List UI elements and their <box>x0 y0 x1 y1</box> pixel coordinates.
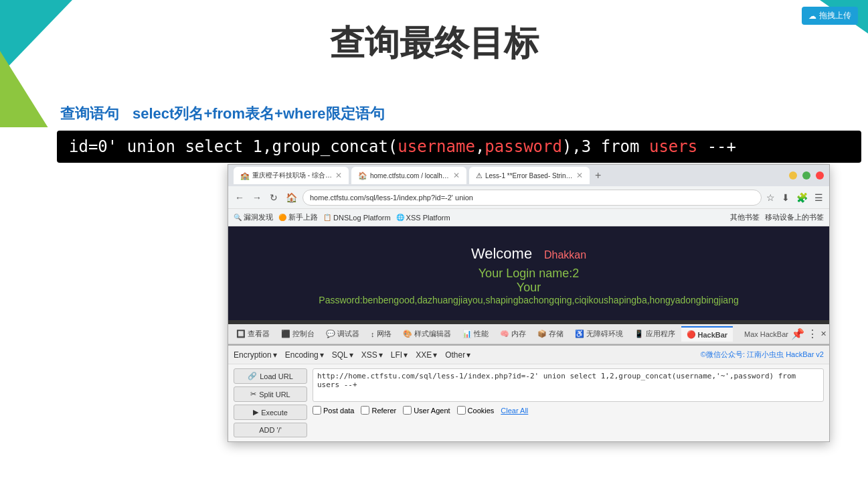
bookmark-icon[interactable]: ☆ <box>764 191 777 204</box>
devtool-inspector[interactable]: 🔲 查看器 <box>231 326 275 342</box>
cookies-check[interactable] <box>457 406 466 415</box>
tab-close-3[interactable]: ✕ <box>576 171 583 180</box>
code-block: id=0' union select 1,group_concat(userna… <box>57 131 861 163</box>
app-icon: 📱 <box>634 330 644 338</box>
split-url-button[interactable]: ✂ Split URL <box>234 386 307 402</box>
bookmark-other[interactable]: 其他书签 <box>730 212 760 222</box>
download-icon[interactable]: ⬇ <box>780 191 792 204</box>
devtool-network[interactable]: ↕ 网络 <box>365 326 397 342</box>
dnslog-icon: 📋 <box>323 214 331 221</box>
hackbar-options: Post data Referer User Agent Cookies C <box>313 406 824 415</box>
encryption-arrow-icon: ▾ <box>273 350 277 360</box>
browser-tab-3[interactable]: ⚠ Less-1 **Error Based- String** ✕ <box>469 167 590 184</box>
style-editor-icon: 🎨 <box>403 330 412 338</box>
tab-favicon-2: 🏠 <box>358 171 367 180</box>
hackbar-credit: ©微信公众号: 江南小虫虫 HackBar v2 <box>701 350 824 360</box>
post-data-checkbox[interactable]: Post data <box>313 406 354 415</box>
bookmarks-bar: 🔍 漏洞发现 🟠 新手上路 📋 DNSLog Platform 🌐 XSS Pl… <box>228 209 829 226</box>
bookmark-mobile[interactable]: 移动设备上的书签 <box>765 212 824 222</box>
your-text: Your <box>319 281 738 295</box>
minimize-button[interactable] <box>789 171 797 180</box>
home-button[interactable]: 🏠 <box>283 191 300 204</box>
settings-icon[interactable]: ☰ <box>812 191 825 204</box>
browser-tab-1[interactable]: 🏫 重庆橙子科技职场 - 综合职场练习... ✕ <box>234 167 349 184</box>
devtool-performance[interactable]: 📊 性能 <box>457 326 494 342</box>
hackbar-menu-xxe[interactable]: XXE ▾ <box>416 350 437 360</box>
scrollbar[interactable] <box>228 320 829 324</box>
hackbar-menu-encoding[interactable]: Encoding ▾ <box>285 350 324 360</box>
hackbar: Encryption ▾ Encoding ▾ SQL ▾ XSS ▾ LFI … <box>228 344 829 441</box>
browser-content: Welcome Dhakkan Your Login name:2 Your P… <box>228 226 829 324</box>
tab-close-1[interactable]: ✕ <box>335 171 342 180</box>
password-line: Password:benbengood,dazhuangjiayou,shapi… <box>319 295 738 305</box>
hackbar-menu: Encryption ▾ Encoding ▾ SQL ▾ XSS ▾ LFI … <box>228 346 829 364</box>
devtool-memory[interactable]: 🧠 内存 <box>495 326 531 342</box>
console-icon: ⬛ <box>281 330 290 338</box>
network-icon: ↕ <box>371 330 375 338</box>
devtools-pin[interactable]: 📌 <box>791 328 804 340</box>
hackbar-menu-sql[interactable]: SQL ▾ <box>332 350 353 360</box>
devtools-right: Max HackBar 📌 ⋮ ✕ <box>744 328 827 340</box>
devtool-storage[interactable]: 📦 存储 <box>532 326 569 342</box>
user-agent-checkbox[interactable]: User Agent <box>403 406 450 415</box>
cookies-checkbox[interactable]: Cookies <box>457 406 495 415</box>
memory-icon: 🧠 <box>500 330 509 338</box>
hackbar-menu-encryption[interactable]: Encryption ▾ <box>234 350 277 360</box>
tab-close-2[interactable]: ✕ <box>453 171 460 180</box>
hackbar-right: Post data Referer User Agent Cookies C <box>313 368 824 437</box>
main-title: 查询最终目标 <box>330 20 539 67</box>
add-slash-button[interactable]: ADD '/' <box>234 423 307 437</box>
bookmark-beginner[interactable]: 🟠 新手上路 <box>278 212 318 222</box>
devtool-accessibility[interactable]: ♿ 无障碍环境 <box>570 326 628 342</box>
xxe-arrow-icon: ▾ <box>433 350 437 360</box>
devtool-style-editor[interactable]: 🎨 样式编辑器 <box>398 326 456 342</box>
load-url-button[interactable]: 🔗 Load URL <box>234 368 307 384</box>
close-button[interactable] <box>816 171 824 180</box>
execute-button[interactable]: ▶ Execute <box>234 405 307 420</box>
extensions-icon[interactable]: 🧩 <box>794 191 810 204</box>
clear-all-button[interactable]: Clear All <box>501 407 528 415</box>
devtool-console[interactable]: ⬛ 控制台 <box>276 326 320 342</box>
devtools-dots[interactable]: ⋮ <box>807 328 818 340</box>
devtool-hackbar[interactable]: 🔴 HackBar <box>681 326 733 342</box>
lfi-arrow-icon: ▾ <box>404 350 408 360</box>
devtools-close[interactable]: ✕ <box>820 330 827 338</box>
browser-window: 🏫 重庆橙子科技职场 - 综合职场练习... ✕ 🏠 home.ctfstu.c… <box>228 164 830 442</box>
user-agent-check[interactable] <box>403 406 412 415</box>
address-bar[interactable] <box>302 190 762 206</box>
tab-favicon-1: 🏫 <box>240 171 250 180</box>
new-tab-button[interactable]: + <box>595 169 601 182</box>
perf-icon: 📊 <box>462 330 472 338</box>
xss-icon: 🌐 <box>396 214 404 221</box>
hackbar-menu-xss[interactable]: XSS ▾ <box>361 350 383 360</box>
devtool-debugger[interactable]: 💬 调试器 <box>321 326 365 342</box>
browser-navbar: ← → ↻ 🏠 ☆ ⬇ 🧩 ☰ <box>228 186 829 209</box>
hackbar-menu-other[interactable]: Other ▾ <box>445 350 470 360</box>
xss-menu-arrow-icon: ▾ <box>379 350 383 360</box>
cloud-upload-button[interactable]: ☁ 拖拽上传 <box>802 7 858 25</box>
other-arrow-icon: ▾ <box>466 350 470 360</box>
bookmark-dnslog[interactable]: 📋 DNSLog Platform <box>323 214 391 222</box>
execute-icon: ▶ <box>253 408 258 417</box>
back-button[interactable]: ← <box>232 191 247 204</box>
hackbar-body: 🔗 Load URL ✂ Split URL ▶ Execute ADD '/' <box>228 364 829 441</box>
tab-favicon-3: ⚠ <box>476 171 483 180</box>
debugger-icon: 💬 <box>326 330 335 338</box>
forward-button[interactable]: → <box>250 191 264 204</box>
browser-tab-2[interactable]: 🏠 home.ctfstu.com / localhost : ✕ <box>351 167 466 184</box>
top-bar: ☁ 拖拽上传 <box>802 7 858 25</box>
hackbar-menu-lfi[interactable]: LFI ▾ <box>391 350 408 360</box>
window-controls <box>789 171 824 180</box>
referer-check[interactable] <box>361 406 369 415</box>
referer-checkbox[interactable]: Referer <box>361 406 396 415</box>
subtitle-label: 查询语句 <box>60 104 119 124</box>
reload-button[interactable]: ↻ <box>267 191 280 204</box>
post-data-check[interactable] <box>313 406 321 415</box>
url-input[interactable] <box>313 368 824 402</box>
devtool-application[interactable]: 📱 应用程序 <box>629 326 681 342</box>
maximize-button[interactable] <box>802 171 810 180</box>
vuln-icon: 🔍 <box>234 214 242 221</box>
welcome-text: Welcome <box>471 245 532 262</box>
bookmark-xss[interactable]: 🌐 XSS Platform <box>396 214 450 222</box>
bookmark-vulnerability[interactable]: 🔍 漏洞发现 <box>234 212 273 222</box>
